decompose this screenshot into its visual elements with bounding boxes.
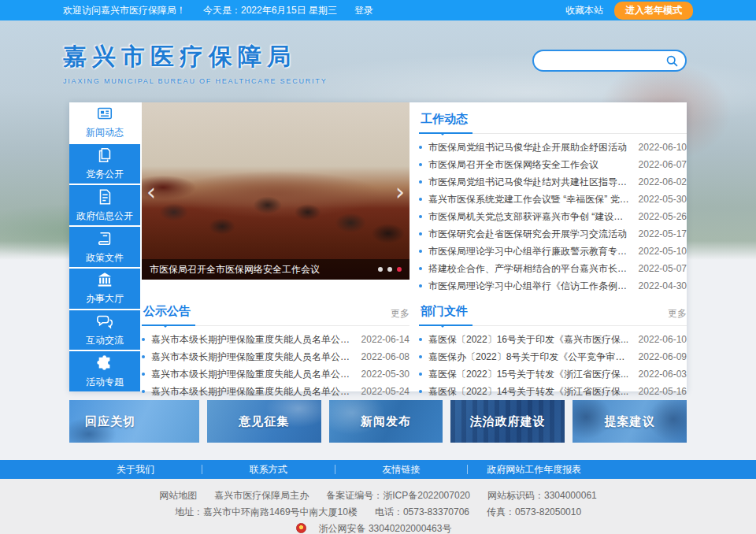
footer-nav-about[interactable]: 关于我们	[69, 465, 202, 474]
carousel-caption[interactable]: 市医保局召开全市医保网络安全工作会议	[142, 259, 410, 280]
bullet-dot-icon	[142, 373, 145, 376]
notice-item-title: 嘉兴市本级长期护理保险重度失能人员名单公示（2...	[151, 333, 354, 347]
carousel-prev-arrow-icon[interactable]: ‹	[146, 180, 156, 204]
file-item-title: 嘉医保办〔2022〕8号关于印发《公平竞争审查...	[428, 350, 631, 364]
news-item-title: 搭建校企合作、产学研相结合的平台嘉兴市长期护理...	[428, 262, 631, 276]
carousel-dot-active[interactable]	[397, 267, 402, 272]
sidebar-item-special-topics[interactable]: 活动专题	[69, 351, 140, 391]
footer-line-1: 网站地图嘉兴市医疗保障局主办备案证编号：浙ICP备2022007020网站标识码…	[0, 488, 756, 504]
news-item-date: 2022-05-26	[639, 211, 687, 222]
sidebar-item-policy-files[interactable]: 政策文件	[69, 227, 140, 267]
footer-line-2: 地址：嘉兴市中环南路1469号中南大厦10楼电话：0573-83370706传真…	[0, 504, 756, 521]
sidebar-item-news[interactable]: 新闻动态	[69, 102, 140, 143]
notice-item[interactable]: 嘉兴市本级长期护理保险重度失能人员名单公示（2... 2022-06-08	[142, 348, 410, 365]
sidebar-item-label: 新闻动态	[86, 126, 124, 139]
work-news-list: 市医保局党组书记马俊华赴企开展助企纾困活动 2022-06-10 市医保局召开全…	[419, 139, 687, 295]
news-item-date: 2022-06-02	[639, 176, 687, 187]
section-title-notices: 公示公告	[142, 304, 195, 326]
footer-nav-bar: 关于我们 联系方式 友情链接 政府网站工作年度报表	[0, 460, 756, 479]
notice-item-date: 2022-05-24	[361, 386, 410, 397]
elder-mode-button[interactable]: 进入老年模式	[614, 2, 693, 20]
site-title: 嘉兴市医疗保障局	[63, 41, 327, 73]
section-notices: 公示公告 更多 嘉兴市本级长期护理保险重度失能人员名单公示（2... 2022-…	[142, 295, 410, 400]
bullet-dot-icon	[419, 390, 422, 393]
puzzle-piece-icon	[96, 354, 113, 372]
notice-item[interactable]: 嘉兴市本级长期护理保险重度失能人员名单公示（2... 2022-05-24	[142, 383, 410, 400]
news-item[interactable]: 嘉兴市医保系统党建工作会议暨 “幸福医保” 党建联... 2022-05-30	[419, 191, 687, 208]
banner-rule-of-law[interactable]: 法治政府建设	[450, 400, 565, 443]
carousel-next-arrow-icon[interactable]: ›	[395, 180, 405, 204]
file-item-title: 嘉医保〔2022〕14号关于转发《浙江省医疗保...	[428, 385, 631, 399]
bullet-dot-icon	[419, 163, 422, 166]
sidebar-item-label: 办事大厅	[86, 292, 124, 306]
notice-item-title: 嘉兴市本级长期护理保险重度失能人员名单公示（2...	[151, 368, 354, 381]
notices-more-link[interactable]: 更多	[391, 307, 410, 325]
news-item[interactable]: 市医保局机关党总支部获评嘉兴市争创 “建设清廉机... 2022-05-26	[419, 208, 687, 225]
document-icon	[96, 188, 113, 206]
carousel-dot[interactable]	[378, 267, 383, 272]
search-button[interactable]	[665, 54, 679, 68]
chat-bubbles-icon	[96, 313, 113, 330]
footer-fax: 传真：0573-82050010	[487, 506, 581, 517]
sidebar-item-label: 党务公开	[86, 168, 124, 181]
news-item[interactable]: 市医保局理论学习中心组举行廉政警示教育专题学习... 2022-05-10	[419, 243, 687, 260]
banner-news-release[interactable]: 新闻发布	[329, 400, 443, 443]
banner-proposals[interactable]: 提案建议	[573, 400, 687, 443]
search-input[interactable]	[545, 55, 665, 66]
news-item[interactable]: 市医保研究会赴省医保研究会开展学习交流活动 2022-05-17	[419, 225, 687, 243]
sitemap-link[interactable]: 网站地图	[159, 490, 197, 501]
footer-organizer: 嘉兴市医疗保障局主办	[214, 490, 309, 501]
bullet-dot-icon	[419, 198, 422, 201]
news-item-date: 2022-04-30	[639, 280, 687, 291]
footer-nav-contact[interactable]: 联系方式	[202, 465, 335, 474]
security-record[interactable]: 浙公网安备 33040202000463号	[296, 523, 461, 534]
footer-line-3: 浙公网安备 33040202000463号	[0, 521, 756, 534]
news-item[interactable]: 市医保局理论学习中心组举行《信访工作条例》专题... 2022-04-30	[419, 277, 687, 295]
notice-item[interactable]: 嘉兴市本级长期护理保险重度失能人员名单公示（2... 2022-06-14	[142, 331, 410, 348]
sidebar-item-interaction[interactable]: 互动交流	[69, 310, 140, 350]
file-item[interactable]: 嘉医保〔2022〕15号关于转发《浙江省医疗保... 2022-06-03	[419, 365, 687, 383]
dept-files-more-link[interactable]: 更多	[668, 307, 687, 325]
welcome-text: 欢迎访问嘉兴市医疗保障局！	[63, 4, 186, 17]
footer-address: 地址：嘉兴市中环南路1469号中南大厦10楼	[175, 506, 358, 517]
carousel-dots	[378, 267, 402, 272]
news-item-title: 嘉兴市医保系统党建工作会议暨 “幸福医保” 党建联...	[428, 193, 631, 206]
news-item-title: 市医保研究会赴省医保研究会开展学习交流活动	[428, 228, 631, 241]
file-item[interactable]: 嘉医保〔2022〕14号关于转发《浙江省医疗保... 2022-05-16	[419, 383, 687, 400]
banner-label: 法治政府建设	[470, 414, 546, 429]
bullet-dot-icon	[419, 284, 422, 287]
news-item[interactable]: 市医保局党组书记马俊华赴企开展助企纾困活动 2022-06-10	[419, 139, 687, 156]
news-item[interactable]: 搭建校企合作、产学研相结合的平台嘉兴市长期护理... 2022-05-07	[419, 260, 687, 277]
footer-nav-annual-report[interactable]: 政府网站工作年度报表	[468, 465, 600, 474]
news-item[interactable]: 市医保局召开全市医保网络安全工作会议 2022-06-07	[419, 156, 687, 173]
section-title-dept-files: 部门文件	[419, 304, 472, 326]
public-security-emblem-icon	[296, 523, 306, 533]
footer-icp-number: 备案证编号：浙ICP备2022007020	[326, 490, 470, 501]
banner-opinion-collection[interactable]: 意见征集	[207, 400, 321, 443]
content-card: 新闻动态 党务公开 政府信息公开	[69, 102, 687, 391]
notice-item-date: 2022-05-30	[361, 369, 410, 380]
news-item-title: 市医保局召开全市医保网络安全工作会议	[428, 158, 631, 172]
news-carousel[interactable]: ‹ › 市医保局召开全市医保网络安全工作会议	[142, 102, 410, 280]
footer-phone: 电话：0573-83370706	[375, 506, 469, 517]
footer-nav-links[interactable]: 友情链接	[335, 465, 469, 474]
footer: 网站地图嘉兴市医疗保障局主办备案证编号：浙ICP备2022007020网站标识码…	[0, 479, 756, 534]
login-link[interactable]: 登录	[354, 4, 373, 17]
favorite-site-link[interactable]: 收藏本站	[565, 4, 603, 17]
news-item-title: 市医保局党组书记马俊华赴企开展助企纾困活动	[428, 141, 631, 154]
sidebar-item-gov-info[interactable]: 政府信息公开	[69, 185, 140, 225]
file-item[interactable]: 嘉医保〔2022〕16号关于印发《嘉兴市医疗保... 2022-06-10	[419, 331, 687, 348]
party-documents-icon	[96, 146, 113, 164]
file-item[interactable]: 嘉医保办〔2022〕8号关于印发《公平竞争审查... 2022-06-09	[419, 348, 687, 365]
carousel-dot[interactable]	[387, 267, 392, 272]
news-item-date: 2022-05-10	[639, 246, 687, 257]
file-item-date: 2022-06-03	[639, 369, 687, 380]
sidebar-item-service-hall[interactable]: 办事大厅	[69, 269, 140, 309]
notice-item-date: 2022-06-14	[361, 334, 410, 345]
news-item[interactable]: 市医保局党组书记马俊华赴结对共建社区指导全国文... 2022-06-02	[419, 173, 687, 191]
banner-label: 新闻发布	[361, 414, 411, 429]
notice-item[interactable]: 嘉兴市本级长期护理保险重度失能人员名单公示（2... 2022-05-30	[142, 365, 410, 383]
banner-respond-concerns[interactable]: 回应关切	[69, 400, 199, 443]
sidebar-item-party-affairs[interactable]: 党务公开	[69, 144, 140, 184]
section-work-news: 工作动态 市医保局党组书记马俊华赴企开展助企纾困活动 2022-06-10 市医	[419, 102, 687, 295]
